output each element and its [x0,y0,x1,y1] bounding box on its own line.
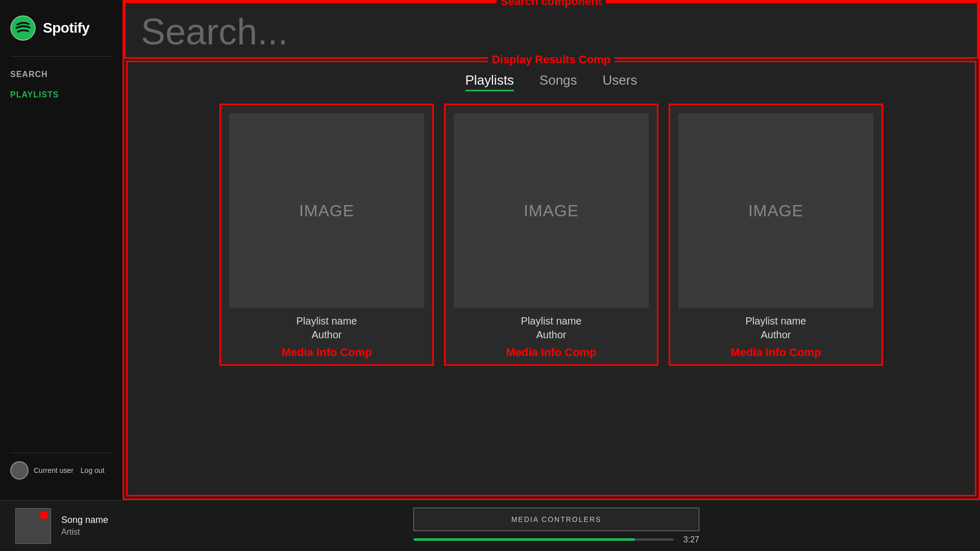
now-playing-thumbnail [15,508,51,544]
media-info-comp-label-1: Media Info Comp [281,346,372,359]
playlist-image-1: IMAGE [229,113,424,308]
sidebar-nav: SEARCH Playlists [0,67,122,103]
spotify-wordmark: Spotify [43,20,89,36]
artist-name: Artist [61,528,138,537]
svg-point-0 [11,16,35,40]
sidebar-item-playlists[interactable]: Playlists [10,87,112,103]
sidebar-item-search[interactable]: SEARCH [10,67,112,82]
image-placeholder-label-2: IMAGE [524,202,579,220]
search-component-label: Search component [497,0,606,8]
main-content: Search component Search... Display Resul… [122,0,980,500]
search-input[interactable]: Search... [141,11,962,52]
tabs-bar: Playlists Songs Users [133,67,970,98]
sidebar-bottom: Current user Log out [0,442,122,490]
media-controllers-button[interactable]: MEDIA CONTROLERS [413,508,699,531]
media-info-comp-3[interactable]: IMAGE Playlist name Author Media Info Co… [669,104,883,366]
playlist-name-1: Playlist name [297,315,357,327]
avatar [10,461,29,480]
progress-bar-track[interactable] [413,538,674,541]
playlist-name-2: Playlist name [521,315,582,327]
playlist-image-3: IMAGE [678,113,873,308]
song-name: Song name [61,515,138,525]
playlist-name-3: Playlist name [746,315,806,327]
tab-users[interactable]: Users [603,72,638,91]
playlist-author-2: Author [521,329,582,341]
playlist-grid: IMAGE Playlist name Author Media Info Co… [133,98,970,371]
image-placeholder-label-3: IMAGE [748,202,803,220]
sidebar-bottom-divider [10,453,112,453]
media-info-comp-label-2: Media Info Comp [506,346,596,359]
playlist-image-2: IMAGE [454,113,649,308]
user-area: Current user Log out [10,461,112,480]
display-results-component: Display Results Comp Playlists Songs Use… [126,61,976,496]
media-info-comp-2[interactable]: IMAGE Playlist name Author Media Info Co… [444,104,658,366]
current-user-label: Current user [34,466,74,474]
progress-time: 3:27 [679,535,699,544]
tab-playlists[interactable]: Playlists [465,72,514,91]
playlist-info-1: Playlist name Author [297,315,357,341]
media-controls-area: MEDIA CONTROLERS 3:27 [148,508,965,544]
bottom-bar: Song name Artist MEDIA CONTROLERS 3:27 [0,500,980,551]
display-results-label: Display Results Comp [488,53,615,66]
progress-bar-fill [413,538,635,541]
sidebar: Spotify SEARCH Playlists Current user Lo… [0,0,122,500]
playlist-info-2: Playlist name Author [521,315,582,341]
now-playing-info: Song name Artist [61,515,138,537]
playlist-info-3: Playlist name Author [746,315,806,341]
logout-button[interactable]: Log out [81,466,105,474]
tab-songs[interactable]: Songs [540,72,577,91]
media-info-comp-label-3: Media Info Comp [730,346,821,359]
spotify-logo-icon [10,15,36,41]
sidebar-top-divider [10,56,112,57]
image-placeholder-label-1: IMAGE [299,202,354,220]
search-component: Search component Search... [124,2,978,59]
playlist-author-3: Author [746,329,806,341]
progress-bar-container: 3:27 [413,535,699,544]
media-info-comp-1[interactable]: IMAGE Playlist name Author Media Info Co… [219,104,434,366]
logo-area: Spotify [0,10,122,56]
playlist-author-1: Author [297,329,357,341]
thumb-red-indicator [40,512,47,519]
